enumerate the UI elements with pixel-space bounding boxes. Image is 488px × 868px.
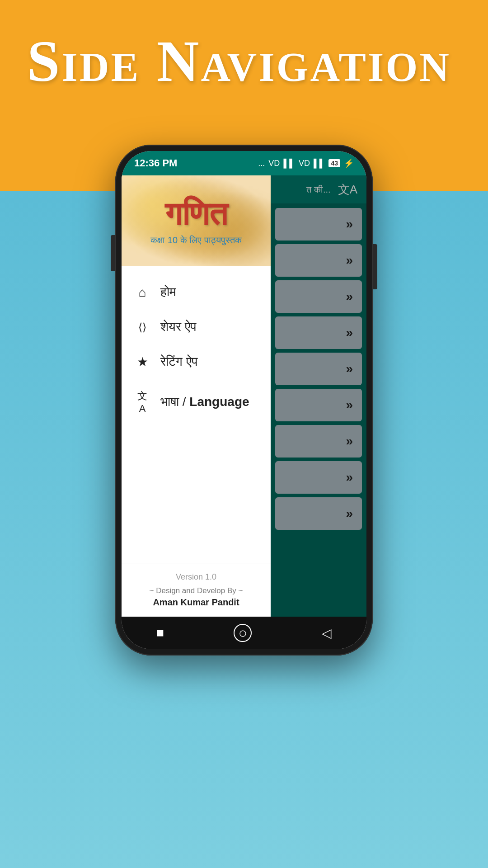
drawer-rating-label: रेटिंग ऐप <box>160 354 197 369</box>
screen-content: गणित कक्षा 10 के लिए पाठ्यपुस्तक ⌂ होम ⟨… <box>122 175 366 617</box>
drawer-book-subtitle: कक्षा 10 के लिए पाठ्यपुस्तक <box>150 235 241 245</box>
developer-name: Aman Kumar Pandit <box>131 597 262 608</box>
version-text: Version 1.0 <box>131 572 262 582</box>
drawer-item-rating[interactable]: ★ रेटिंग ऐप <box>122 344 271 379</box>
status-bar: 12:36 PM ... VD ▌▌ VD ▌▌ 43 ⚡ <box>122 151 366 175</box>
language-icon: 文A <box>135 389 150 415</box>
drawer-footer: Version 1.0 ~ Design and Develop By ~ Am… <box>122 563 271 617</box>
page-title: Side Navigation <box>27 27 461 95</box>
drawer-language-label: भाषा / Language <box>160 395 249 410</box>
phone-mockup: 12:36 PM ... VD ▌▌ VD ▌▌ 43 ⚡ गणित <box>0 131 488 656</box>
battery-icon: 43 <box>328 159 340 167</box>
drawer-menu: ⌂ होम ⟨⟩ शेयर ऐप ★ रेटिंग ऐप 文A <box>122 266 271 563</box>
status-time: 12:36 PM <box>134 157 177 169</box>
charging-icon: ⚡ <box>344 158 354 168</box>
drawer-item-home[interactable]: ⌂ होम <box>122 275 271 310</box>
nav-square-button[interactable]: ■ <box>156 626 164 640</box>
nav-home-button[interactable]: ○ <box>234 624 252 642</box>
page-header: Side Navigation <box>0 0 488 131</box>
side-drawer: गणित कक्षा 10 के लिए पाठ्यपुस्तक ⌂ होम ⟨… <box>122 175 271 617</box>
status-icons: ... VD ▌▌ VD ▌▌ 43 ⚡ <box>258 158 354 168</box>
drawer-home-label: होम <box>160 285 176 300</box>
signal-bars: ▌▌ <box>283 159 295 168</box>
drawer-item-language[interactable]: 文A भाषा / Language <box>122 379 271 425</box>
signal2-icon: VD <box>299 159 310 168</box>
nav-back-button[interactable]: ◁ <box>322 626 332 641</box>
signal2-bars: ▌▌ <box>314 159 325 168</box>
drawer-header: गणित कक्षा 10 के लिए पाठ्यपुस्तक <box>122 175 271 266</box>
drawer-share-label: शेयर ऐप <box>160 320 196 335</box>
develop-by-label: ~ Design and Develop By ~ <box>131 586 262 595</box>
nav-bar: ■ ○ ◁ <box>122 617 366 649</box>
home-icon: ⌂ <box>135 285 150 300</box>
phone-outer: 12:36 PM ... VD ▌▌ VD ▌▌ 43 ⚡ गणित <box>115 145 373 656</box>
signal-dots: ... <box>258 159 265 168</box>
drawer-overlay[interactable] <box>271 175 366 617</box>
wifi-icon: VD <box>268 159 280 168</box>
share-icon: ⟨⟩ <box>135 321 150 334</box>
star-icon: ★ <box>135 354 150 369</box>
drawer-book-title: गणित <box>165 196 228 233</box>
phone-screen: 12:36 PM ... VD ▌▌ VD ▌▌ 43 ⚡ गणित <box>122 151 366 649</box>
drawer-item-share[interactable]: ⟨⟩ शेयर ऐप <box>122 310 271 344</box>
